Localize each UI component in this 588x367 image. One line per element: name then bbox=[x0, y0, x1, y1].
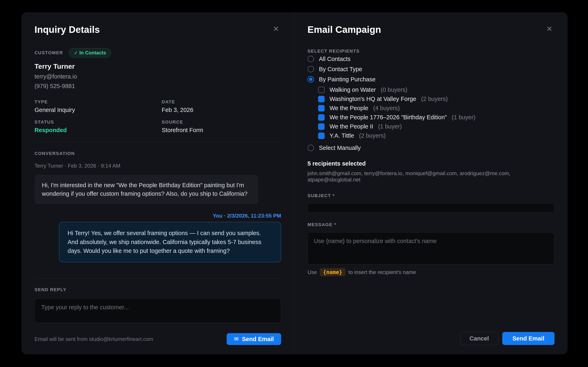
painting-label: Walking on Water bbox=[329, 86, 376, 93]
message-input[interactable] bbox=[307, 232, 554, 264]
email-campaign-panel: Email Campaign ✕ SELECT RECIPIENTS All C… bbox=[294, 12, 568, 354]
subject-label: SUBJECT * bbox=[307, 193, 554, 198]
radio-by-painting-purchase[interactable]: By Painting Purchase bbox=[307, 74, 554, 84]
type-value: General Inquiry bbox=[35, 107, 162, 113]
inquiry-header: Inquiry Details ✕ bbox=[35, 24, 281, 35]
subject-input[interactable] bbox=[307, 203, 554, 213]
status-value: Responded bbox=[35, 127, 162, 133]
cancel-button[interactable]: Cancel bbox=[460, 332, 498, 345]
outgoing-message-bubble: Hi Terry! Yes, we offer several framing … bbox=[59, 222, 281, 262]
paintings-list: Walking on Water (0 buyers) Washington's… bbox=[318, 85, 554, 140]
customer-name: Terry Turner bbox=[35, 62, 281, 70]
radio-all-contacts[interactable]: All Contacts bbox=[307, 54, 554, 64]
buyer-count: (2 buyers) bbox=[421, 96, 448, 102]
type-label: TYPE bbox=[35, 99, 162, 105]
checkbox-icon[interactable] bbox=[318, 87, 325, 93]
radio-icon[interactable] bbox=[307, 145, 314, 151]
conversation-label: CONVERSATION bbox=[35, 151, 281, 156]
outgoing-message-meta: You · 2/3/2026, 11:23:55 PM bbox=[35, 213, 281, 219]
painting-checkbox-row[interactable]: We the People II (1 buyer) bbox=[318, 122, 554, 131]
inquiry-title: Inquiry Details bbox=[35, 24, 100, 35]
checkbox-icon[interactable] bbox=[318, 114, 325, 121]
checkbox-icon[interactable] bbox=[318, 96, 325, 102]
radio-label: By Contact Type bbox=[319, 66, 362, 73]
painting-label: We the People II bbox=[329, 123, 373, 130]
painting-label: We the People 1776–2026 "Birthday Editio… bbox=[329, 114, 447, 121]
field-status: STATUS Responded bbox=[35, 119, 162, 133]
field-date: DATE Feb 3, 2026 bbox=[162, 99, 281, 113]
painting-checkbox-row[interactable]: We the People (4 buyers) bbox=[318, 104, 554, 113]
radio-select-manually[interactable]: Select Manually bbox=[307, 143, 554, 153]
inquiry-fields: TYPE General Inquiry DATE Feb 3, 2026 ST… bbox=[35, 99, 281, 133]
radio-icon[interactable] bbox=[307, 56, 314, 62]
painting-label: Washington's HQ at Valley Forge bbox=[329, 96, 416, 102]
buyer-count: (4 buyers) bbox=[373, 105, 400, 111]
field-type: TYPE General Inquiry bbox=[35, 99, 162, 113]
campaign-header: Email Campaign ✕ bbox=[307, 24, 554, 35]
painting-label: Y.A. Tittle bbox=[329, 132, 354, 139]
radio-label: All Contacts bbox=[319, 56, 351, 62]
incoming-message-bubble: Hi, I'm interested in the new "We the Pe… bbox=[35, 175, 258, 204]
source-value: Storefront Form bbox=[162, 127, 281, 133]
radio-label: Select Manually bbox=[319, 145, 361, 151]
select-recipients-label: SELECT RECIPIENTS bbox=[307, 49, 554, 54]
date-value: Feb 3, 2026 bbox=[162, 107, 281, 113]
radio-icon[interactable] bbox=[307, 66, 314, 72]
customer-email: terry@fontera.io bbox=[35, 73, 281, 80]
flex-spacer bbox=[307, 276, 554, 332]
radio-icon[interactable] bbox=[307, 76, 314, 83]
hint-suffix: to insert the recipient's name bbox=[348, 269, 416, 275]
incoming-message-meta: Terry Turner · Feb 3, 2026 · 9:14 AM bbox=[35, 163, 281, 169]
name-token-hint: Use {name} to insert the recipient's nam… bbox=[307, 268, 554, 276]
checkbox-icon[interactable] bbox=[318, 133, 325, 139]
painting-label: We the People bbox=[329, 105, 368, 111]
dual-modal: Inquiry Details ✕ CUSTOMER ✓ In Contacts… bbox=[21, 12, 568, 354]
envelope-icon: ✉ bbox=[234, 336, 239, 342]
customer-phone: (979) 525-9881 bbox=[35, 83, 281, 90]
campaign-title: Email Campaign bbox=[307, 24, 381, 35]
painting-checkbox-row[interactable]: We the People 1776–2026 "Birthday Editio… bbox=[318, 113, 554, 122]
date-label: DATE bbox=[162, 99, 281, 105]
radio-by-contact-type[interactable]: By Contact Type bbox=[307, 64, 554, 74]
customer-row: CUSTOMER ✓ In Contacts bbox=[35, 48, 281, 58]
send-reply-button[interactable]: ✉ Send Email bbox=[227, 333, 281, 345]
checkbox-icon[interactable] bbox=[318, 123, 325, 130]
reply-input[interactable] bbox=[35, 299, 281, 323]
close-icon[interactable]: ✕ bbox=[271, 24, 281, 34]
in-contacts-badge: ✓ In Contacts bbox=[69, 48, 111, 58]
send-reply-label: SEND REPLY bbox=[35, 287, 281, 292]
status-label: STATUS bbox=[35, 119, 162, 125]
send-reply-button-label: Send Email bbox=[242, 336, 274, 342]
checkbox-icon[interactable] bbox=[318, 105, 325, 111]
painting-checkbox-row[interactable]: Washington's HQ at Valley Forge (2 buyer… bbox=[318, 94, 554, 104]
recipients-list: john.smith@gmail.com, terry@fontera.io, … bbox=[307, 170, 554, 183]
close-icon[interactable]: ✕ bbox=[544, 24, 554, 34]
painting-checkbox-row[interactable]: Y.A. Tittle (2 buyers) bbox=[318, 131, 554, 140]
send-campaign-button[interactable]: Send Email bbox=[502, 332, 554, 345]
hint-prefix: Use bbox=[307, 269, 317, 275]
flex-spacer bbox=[35, 262, 281, 270]
painting-checkbox-row[interactable]: Walking on Water (0 buyers) bbox=[318, 85, 554, 94]
message-label: MESSAGE * bbox=[307, 222, 554, 227]
buyer-count: (2 buyers) bbox=[359, 132, 386, 139]
source-label: SOURCE bbox=[162, 119, 281, 125]
radio-label: By Painting Purchase bbox=[319, 76, 375, 83]
field-source: SOURCE Storefront Form bbox=[162, 119, 281, 133]
divider bbox=[35, 142, 281, 142]
name-token-badge: {name} bbox=[320, 268, 346, 276]
buyer-count: (1 buyer) bbox=[452, 114, 476, 121]
recipients-summary: 5 recipients selected bbox=[307, 160, 554, 167]
buyer-count: (1 buyer) bbox=[378, 123, 402, 130]
customer-label: CUSTOMER bbox=[35, 50, 63, 55]
campaign-footer: Cancel Send Email bbox=[307, 332, 554, 345]
buyer-count: (0 buyers) bbox=[381, 86, 407, 93]
inquiry-footer: Email will be sent from studio@krturnerf… bbox=[35, 333, 281, 345]
inquiry-details-panel: Inquiry Details ✕ CUSTOMER ✓ In Contacts… bbox=[21, 12, 294, 354]
sender-note: Email will be sent from studio@krturnerf… bbox=[35, 336, 153, 342]
